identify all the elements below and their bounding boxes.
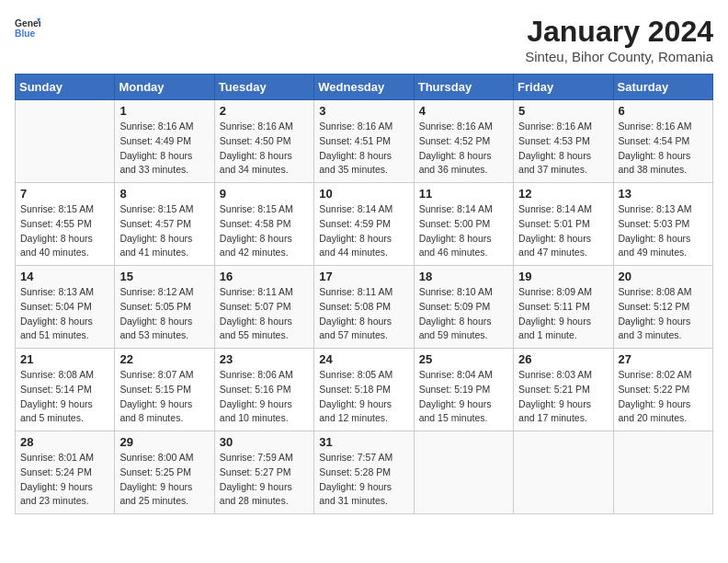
day-number: 16 <box>220 270 309 283</box>
page-header: General Blue January 2024 Sinteu, Bihor … <box>15 15 713 64</box>
day-info: Sunrise: 8:08 AMSunset: 5:12 PMDaylight:… <box>619 285 708 343</box>
day-number: 12 <box>518 187 608 201</box>
svg-text:Blue: Blue <box>15 29 36 39</box>
day-number: 4 <box>419 104 508 118</box>
day-number: 11 <box>419 187 508 201</box>
table-row: 17Sunrise: 8:11 AMSunset: 5:08 PMDayligh… <box>314 266 414 349</box>
table-row: 9Sunrise: 8:15 AMSunset: 4:58 PMDaylight… <box>214 183 313 266</box>
month-title: January 2024 <box>525 15 713 49</box>
table-row: 25Sunrise: 8:04 AMSunset: 5:19 PMDayligh… <box>414 349 513 431</box>
day-number: 22 <box>119 352 209 366</box>
day-info: Sunrise: 8:01 AMSunset: 5:24 PMDaylight:… <box>20 451 109 509</box>
table-row: 10Sunrise: 8:14 AMSunset: 4:59 PMDayligh… <box>314 183 414 266</box>
header-thursday: Thursday <box>414 75 513 100</box>
day-number: 6 <box>619 104 708 118</box>
table-row: 5Sunrise: 8:16 AMSunset: 4:53 PMDaylight… <box>514 100 613 183</box>
table-row: 27Sunrise: 8:02 AMSunset: 5:22 PMDayligh… <box>613 349 712 431</box>
table-row: 21Sunrise: 8:08 AMSunset: 5:14 PMDayligh… <box>16 349 115 431</box>
day-number: 8 <box>119 187 209 201</box>
table-row: 11Sunrise: 8:14 AMSunset: 5:00 PMDayligh… <box>414 183 513 266</box>
day-info: Sunrise: 8:00 AMSunset: 5:25 PMDaylight:… <box>119 451 209 509</box>
day-info: Sunrise: 8:14 AMSunset: 5:00 PMDaylight:… <box>419 202 508 260</box>
day-info: Sunrise: 8:14 AMSunset: 4:59 PMDaylight:… <box>319 202 408 260</box>
day-info: Sunrise: 8:11 AMSunset: 5:07 PMDaylight:… <box>220 285 309 343</box>
logo-icon: General Blue <box>15 15 40 40</box>
table-row: 14Sunrise: 8:13 AMSunset: 5:04 PMDayligh… <box>16 266 115 349</box>
day-info: Sunrise: 8:13 AMSunset: 5:03 PMDaylight:… <box>619 202 708 260</box>
table-row: 3Sunrise: 8:16 AMSunset: 4:51 PMDaylight… <box>314 100 414 183</box>
day-info: Sunrise: 8:15 AMSunset: 4:55 PMDaylight:… <box>20 202 109 260</box>
day-number: 19 <box>518 270 608 283</box>
header-sunday: Sunday <box>16 75 115 100</box>
day-number: 29 <box>119 435 209 449</box>
day-info: Sunrise: 8:10 AMSunset: 5:09 PMDaylight:… <box>419 285 508 343</box>
table-row: 6Sunrise: 8:16 AMSunset: 4:54 PMDaylight… <box>613 100 712 183</box>
day-number: 20 <box>619 270 708 283</box>
day-info: Sunrise: 8:16 AMSunset: 4:54 PMDaylight:… <box>619 120 708 178</box>
day-info: Sunrise: 8:03 AMSunset: 5:21 PMDaylight:… <box>518 368 608 426</box>
day-number: 2 <box>220 104 309 118</box>
table-row: 16Sunrise: 8:11 AMSunset: 5:07 PMDayligh… <box>214 266 313 349</box>
calendar-week-row: 1Sunrise: 8:16 AMSunset: 4:49 PMDaylight… <box>16 100 713 183</box>
table-row: 19Sunrise: 8:09 AMSunset: 5:11 PMDayligh… <box>514 266 613 349</box>
day-number: 13 <box>619 187 708 201</box>
day-number: 30 <box>220 435 309 449</box>
calendar-table: Sunday Monday Tuesday Wednesday Thursday… <box>15 74 713 514</box>
table-row: 20Sunrise: 8:08 AMSunset: 5:12 PMDayligh… <box>613 266 712 349</box>
day-info: Sunrise: 8:16 AMSunset: 4:49 PMDaylight:… <box>119 120 209 178</box>
calendar-header-row: Sunday Monday Tuesday Wednesday Thursday… <box>16 75 713 100</box>
day-info: Sunrise: 8:13 AMSunset: 5:04 PMDaylight:… <box>20 285 109 343</box>
day-number: 15 <box>119 270 209 283</box>
day-number: 26 <box>518 352 608 366</box>
day-number: 28 <box>20 435 109 449</box>
table-row: 30Sunrise: 7:59 AMSunset: 5:27 PMDayligh… <box>214 431 313 514</box>
table-row: 28Sunrise: 8:01 AMSunset: 5:24 PMDayligh… <box>16 431 115 514</box>
day-number: 14 <box>20 270 109 283</box>
day-number: 9 <box>220 187 309 201</box>
table-row: 26Sunrise: 8:03 AMSunset: 5:21 PMDayligh… <box>514 349 613 431</box>
table-row: 29Sunrise: 8:00 AMSunset: 5:25 PMDayligh… <box>115 431 214 514</box>
location-title: Sinteu, Bihor County, Romania <box>525 49 713 64</box>
day-number: 10 <box>319 187 408 201</box>
day-number: 24 <box>319 352 408 366</box>
day-info: Sunrise: 8:02 AMSunset: 5:22 PMDaylight:… <box>619 368 708 426</box>
calendar-week-row: 14Sunrise: 8:13 AMSunset: 5:04 PMDayligh… <box>16 266 713 349</box>
day-info: Sunrise: 8:12 AMSunset: 5:05 PMDaylight:… <box>119 285 209 343</box>
day-info: Sunrise: 8:07 AMSunset: 5:15 PMDaylight:… <box>119 368 209 426</box>
table-row: 13Sunrise: 8:13 AMSunset: 5:03 PMDayligh… <box>613 183 712 266</box>
day-number: 21 <box>20 352 109 366</box>
day-info: Sunrise: 8:09 AMSunset: 5:11 PMDaylight:… <box>518 285 608 343</box>
table-row <box>514 431 613 514</box>
calendar-week-row: 28Sunrise: 8:01 AMSunset: 5:24 PMDayligh… <box>16 431 713 514</box>
table-row: 18Sunrise: 8:10 AMSunset: 5:09 PMDayligh… <box>414 266 513 349</box>
day-info: Sunrise: 8:04 AMSunset: 5:19 PMDaylight:… <box>419 368 508 426</box>
table-row: 23Sunrise: 8:06 AMSunset: 5:16 PMDayligh… <box>214 349 313 431</box>
day-info: Sunrise: 8:05 AMSunset: 5:18 PMDaylight:… <box>319 368 408 426</box>
day-number: 17 <box>319 270 408 283</box>
table-row: 22Sunrise: 8:07 AMSunset: 5:15 PMDayligh… <box>115 349 214 431</box>
table-row: 15Sunrise: 8:12 AMSunset: 5:05 PMDayligh… <box>115 266 214 349</box>
table-row: 1Sunrise: 8:16 AMSunset: 4:49 PMDaylight… <box>115 100 214 183</box>
calendar-week-row: 21Sunrise: 8:08 AMSunset: 5:14 PMDayligh… <box>16 349 713 431</box>
day-number: 3 <box>319 104 408 118</box>
calendar-week-row: 7Sunrise: 8:15 AMSunset: 4:55 PMDaylight… <box>16 183 713 266</box>
day-info: Sunrise: 8:14 AMSunset: 5:01 PMDaylight:… <box>518 202 608 260</box>
table-row: 4Sunrise: 8:16 AMSunset: 4:52 PMDaylight… <box>414 100 513 183</box>
day-number: 25 <box>419 352 508 366</box>
day-number: 31 <box>319 435 408 449</box>
day-info: Sunrise: 7:57 AMSunset: 5:28 PMDaylight:… <box>319 451 408 509</box>
svg-text:General: General <box>15 18 40 29</box>
day-number: 7 <box>20 187 109 201</box>
table-row: 31Sunrise: 7:57 AMSunset: 5:28 PMDayligh… <box>314 431 414 514</box>
header-saturday: Saturday <box>613 75 712 100</box>
header-tuesday: Tuesday <box>214 75 313 100</box>
day-info: Sunrise: 8:06 AMSunset: 5:16 PMDaylight:… <box>220 368 309 426</box>
title-area: January 2024 Sinteu, Bihor County, Roman… <box>525 15 713 64</box>
day-info: Sunrise: 8:15 AMSunset: 4:57 PMDaylight:… <box>119 202 209 260</box>
day-info: Sunrise: 8:16 AMSunset: 4:53 PMDaylight:… <box>518 120 608 178</box>
table-row: 2Sunrise: 8:16 AMSunset: 4:50 PMDaylight… <box>214 100 313 183</box>
table-row <box>613 431 712 514</box>
day-info: Sunrise: 8:08 AMSunset: 5:14 PMDaylight:… <box>20 368 109 426</box>
header-wednesday: Wednesday <box>314 75 414 100</box>
table-row: 24Sunrise: 8:05 AMSunset: 5:18 PMDayligh… <box>314 349 414 431</box>
